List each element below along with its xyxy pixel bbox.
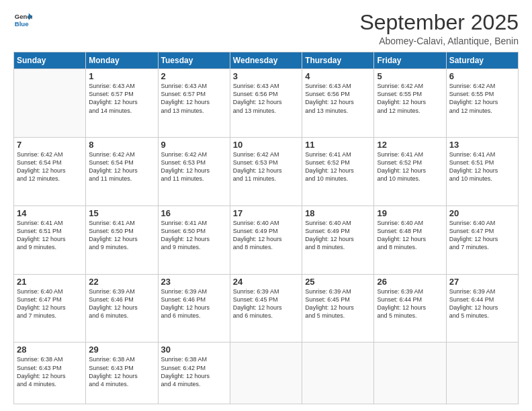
table-row [374, 342, 446, 404]
day-info: Sunrise: 6:39 AM Sunset: 6:46 PM Dayligh… [89, 287, 154, 320]
table-row: 24Sunrise: 6:39 AM Sunset: 6:45 PM Dayli… [230, 274, 302, 342]
day-info: Sunrise: 6:38 AM Sunset: 6:43 PM Dayligh… [17, 355, 83, 388]
table-row: 22Sunrise: 6:39 AM Sunset: 6:46 PM Dayli… [86, 274, 158, 342]
day-info: Sunrise: 6:42 AM Sunset: 6:53 PM Dayligh… [233, 150, 299, 183]
day-info: Sunrise: 6:39 AM Sunset: 6:44 PM Dayligh… [377, 287, 443, 320]
table-row: 11Sunrise: 6:41 AM Sunset: 6:52 PM Dayli… [302, 137, 374, 205]
table-row: 30Sunrise: 6:38 AM Sunset: 6:42 PM Dayli… [158, 342, 230, 404]
day-number: 6 [449, 71, 515, 81]
table-row: 7Sunrise: 6:42 AM Sunset: 6:54 PM Daylig… [14, 137, 86, 205]
day-number: 7 [17, 140, 83, 150]
day-number: 1 [89, 71, 154, 81]
day-number: 8 [89, 140, 154, 150]
day-number: 3 [233, 71, 299, 81]
day-number: 9 [161, 140, 227, 150]
day-info: Sunrise: 6:39 AM Sunset: 6:46 PM Dayligh… [161, 287, 227, 320]
table-row: 6Sunrise: 6:42 AM Sunset: 6:55 PM Daylig… [446, 69, 518, 138]
table-row: 12Sunrise: 6:41 AM Sunset: 6:52 PM Dayli… [374, 137, 446, 205]
day-info: Sunrise: 6:42 AM Sunset: 6:54 PM Dayligh… [17, 150, 83, 183]
day-number: 14 [17, 208, 83, 218]
logo-icon: General Blue [13, 11, 32, 30]
svg-text:Blue: Blue [15, 20, 29, 28]
table-row: 13Sunrise: 6:41 AM Sunset: 6:51 PM Dayli… [446, 137, 518, 205]
day-info: Sunrise: 6:41 AM Sunset: 6:52 PM Dayligh… [305, 150, 371, 183]
day-number: 17 [233, 208, 299, 218]
calendar: Sunday Monday Tuesday Wednesday Thursday… [13, 52, 519, 404]
table-row: 28Sunrise: 6:38 AM Sunset: 6:43 PM Dayli… [14, 342, 86, 404]
table-row: 2Sunrise: 6:43 AM Sunset: 6:57 PM Daylig… [158, 69, 230, 138]
day-number: 26 [377, 277, 443, 287]
header-monday: Monday [86, 52, 158, 69]
day-number: 25 [305, 277, 371, 287]
day-info: Sunrise: 6:41 AM Sunset: 6:50 PM Dayligh… [89, 219, 154, 252]
day-number: 29 [89, 345, 154, 355]
table-row [302, 342, 374, 404]
table-row: 18Sunrise: 6:40 AM Sunset: 6:49 PM Dayli… [302, 205, 374, 274]
day-number: 23 [161, 277, 227, 287]
day-info: Sunrise: 6:42 AM Sunset: 6:54 PM Dayligh… [89, 150, 154, 183]
table-row: 23Sunrise: 6:39 AM Sunset: 6:46 PM Dayli… [158, 274, 230, 342]
day-number: 15 [89, 208, 154, 218]
table-row: 20Sunrise: 6:40 AM Sunset: 6:47 PM Dayli… [446, 205, 518, 274]
location: Abomey-Calavi, Atlantique, Benin [359, 36, 519, 46]
day-info: Sunrise: 6:38 AM Sunset: 6:42 PM Dayligh… [161, 355, 227, 388]
table-row: 8Sunrise: 6:42 AM Sunset: 6:54 PM Daylig… [86, 137, 158, 205]
weekday-header-row: Sunday Monday Tuesday Wednesday Thursday… [14, 52, 519, 69]
day-info: Sunrise: 6:42 AM Sunset: 6:55 PM Dayligh… [449, 82, 515, 115]
table-row: 9Sunrise: 6:42 AM Sunset: 6:53 PM Daylig… [158, 137, 230, 205]
day-number: 18 [305, 208, 371, 218]
table-row [14, 69, 86, 138]
day-number: 10 [233, 140, 299, 150]
table-row: 5Sunrise: 6:42 AM Sunset: 6:55 PM Daylig… [374, 69, 446, 138]
day-info: Sunrise: 6:40 AM Sunset: 6:49 PM Dayligh… [233, 219, 299, 252]
table-row: 25Sunrise: 6:39 AM Sunset: 6:45 PM Dayli… [302, 274, 374, 342]
day-number: 24 [233, 277, 299, 287]
day-info: Sunrise: 6:41 AM Sunset: 6:51 PM Dayligh… [17, 219, 83, 252]
day-info: Sunrise: 6:43 AM Sunset: 6:56 PM Dayligh… [305, 82, 371, 115]
month-title: September 2025 [359, 11, 519, 34]
day-info: Sunrise: 6:40 AM Sunset: 6:47 PM Dayligh… [17, 287, 83, 320]
day-number: 2 [161, 71, 227, 81]
day-info: Sunrise: 6:41 AM Sunset: 6:52 PM Dayligh… [377, 150, 443, 183]
day-info: Sunrise: 6:40 AM Sunset: 6:49 PM Dayligh… [305, 219, 371, 252]
day-info: Sunrise: 6:42 AM Sunset: 6:55 PM Dayligh… [377, 82, 443, 115]
title-block: September 2025 Abomey-Calavi, Atlantique… [359, 11, 519, 46]
day-number: 21 [17, 277, 83, 287]
day-info: Sunrise: 6:41 AM Sunset: 6:50 PM Dayligh… [161, 219, 227, 252]
day-info: Sunrise: 6:39 AM Sunset: 6:45 PM Dayligh… [233, 287, 299, 320]
header-wednesday: Wednesday [230, 52, 302, 69]
table-row: 15Sunrise: 6:41 AM Sunset: 6:50 PM Dayli… [86, 205, 158, 274]
day-number: 20 [449, 208, 515, 218]
day-info: Sunrise: 6:42 AM Sunset: 6:53 PM Dayligh… [161, 150, 227, 183]
day-info: Sunrise: 6:40 AM Sunset: 6:47 PM Dayligh… [449, 219, 515, 252]
table-row: 26Sunrise: 6:39 AM Sunset: 6:44 PM Dayli… [374, 274, 446, 342]
day-number: 12 [377, 140, 443, 150]
page: General Blue September 2025 Abomey-Calav… [0, 0, 532, 411]
day-number: 30 [161, 345, 227, 355]
table-row: 27Sunrise: 6:39 AM Sunset: 6:44 PM Dayli… [446, 274, 518, 342]
header-thursday: Thursday [302, 52, 374, 69]
day-info: Sunrise: 6:41 AM Sunset: 6:51 PM Dayligh… [449, 150, 515, 183]
day-number: 13 [449, 140, 515, 150]
table-row [446, 342, 518, 404]
table-row: 3Sunrise: 6:43 AM Sunset: 6:56 PM Daylig… [230, 69, 302, 138]
table-row [230, 342, 302, 404]
day-info: Sunrise: 6:40 AM Sunset: 6:48 PM Dayligh… [377, 219, 443, 252]
table-row: 29Sunrise: 6:38 AM Sunset: 6:43 PM Dayli… [86, 342, 158, 404]
header-friday: Friday [374, 52, 446, 69]
day-info: Sunrise: 6:43 AM Sunset: 6:56 PM Dayligh… [233, 82, 299, 115]
logo: General Blue [13, 11, 32, 30]
day-info: Sunrise: 6:39 AM Sunset: 6:45 PM Dayligh… [305, 287, 371, 320]
header-tuesday: Tuesday [158, 52, 230, 69]
table-row: 21Sunrise: 6:40 AM Sunset: 6:47 PM Dayli… [14, 274, 86, 342]
day-info: Sunrise: 6:43 AM Sunset: 6:57 PM Dayligh… [161, 82, 227, 115]
table-row: 4Sunrise: 6:43 AM Sunset: 6:56 PM Daylig… [302, 69, 374, 138]
header: General Blue September 2025 Abomey-Calav… [13, 11, 519, 46]
day-number: 5 [377, 71, 443, 81]
table-row: 16Sunrise: 6:41 AM Sunset: 6:50 PM Dayli… [158, 205, 230, 274]
table-row: 10Sunrise: 6:42 AM Sunset: 6:53 PM Dayli… [230, 137, 302, 205]
table-row: 14Sunrise: 6:41 AM Sunset: 6:51 PM Dayli… [14, 205, 86, 274]
day-number: 22 [89, 277, 154, 287]
day-info: Sunrise: 6:43 AM Sunset: 6:57 PM Dayligh… [89, 82, 154, 115]
table-row: 1Sunrise: 6:43 AM Sunset: 6:57 PM Daylig… [86, 69, 158, 138]
